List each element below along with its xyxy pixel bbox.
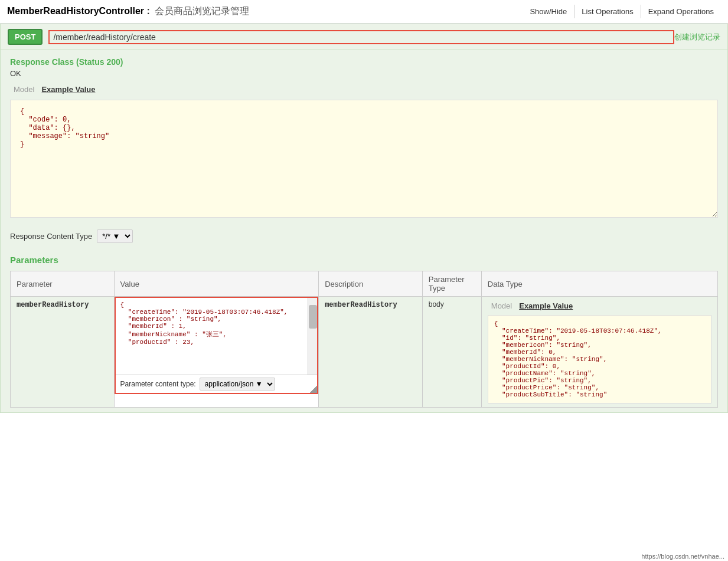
controller-name: MemberReadHistoryController — [7, 6, 144, 16]
params-table: Parameter Value Description ParameterTyp… — [10, 271, 718, 408]
param-scrollbar — [308, 298, 317, 375]
right-code-block: { "createTime": "2019-05-18T03:07:46.418… — [488, 315, 711, 403]
param-content-type-label: Parameter content type: — [120, 380, 196, 388]
datatype-example-value-tab[interactable]: Example Value — [515, 300, 576, 311]
col-value: Value — [114, 271, 319, 297]
param-value-box: { "createTime": "2019-05-18T03:07:46.418… — [115, 297, 319, 394]
datatype-model-tabs: Model Example Value — [488, 300, 711, 311]
param-textarea[interactable]: { "createTime": "2019-05-18T03:07:46.418… — [116, 298, 318, 375]
rct-label: Response Content Type — [10, 232, 92, 241]
col-parameter: Parameter — [11, 271, 115, 297]
param-value-cell: { "createTime": "2019-05-18T03:07:46.418… — [114, 297, 319, 408]
page-wrapper: MemberReadHistoryController : 会员商品浏览记录管理… — [0, 0, 728, 561]
expand-operations-button[interactable]: Expand Operations — [641, 5, 721, 18]
response-content-type: Response Content Type */* ▼ — [1, 225, 727, 250]
param-type-value: body — [429, 300, 444, 309]
response-code-block: { "code": 0, "data": {}, "message": "str… — [10, 100, 718, 218]
col-data-type: Data Type — [481, 271, 717, 297]
parameters-section: Parameters Parameter Value Description P… — [1, 250, 727, 412]
show-hide-button[interactable]: Show/Hide — [523, 5, 574, 18]
param-description: memberReadHistory — [325, 301, 397, 309]
method-badge[interactable]: POST — [8, 29, 43, 45]
response-code-content: { "code": 0, "data": {}, "message": "str… — [20, 107, 109, 149]
list-operations-button[interactable]: List Operations — [574, 5, 641, 18]
param-datatype-cell: Model Example Value { "createTime": "201… — [481, 297, 717, 408]
param-content-type-row: Parameter content type: application/json… — [116, 375, 318, 393]
header-actions: Show/Hide List Operations Expand Operati… — [523, 5, 721, 18]
model-tabs: Model Example Value — [10, 84, 718, 95]
footer-bar: https://blog.csdn.net/vnhae... — [638, 552, 728, 561]
table-row: memberReadHistory { "createTime": "2019-… — [11, 297, 718, 408]
controller-subtitle: 会员商品浏览记录管理 — [155, 6, 249, 16]
param-content-type-select[interactable]: application/json ▼ — [200, 378, 275, 391]
param-name-cell: memberReadHistory — [11, 297, 115, 408]
params-table-header-row: Parameter Value Description ParameterTyp… — [11, 271, 718, 297]
controller-header: MemberReadHistoryController : 会员商品浏览记录管理… — [0, 0, 728, 24]
response-class-title: Response Class (Status 200) — [10, 57, 718, 67]
parameters-title: Parameters — [10, 255, 718, 265]
response-class-section: Response Class (Status 200) OK Model Exa… — [1, 50, 727, 225]
operation-block: POST /member/readHistory/create 创建浏览记录 R… — [0, 24, 728, 413]
param-scrollbar-thumb — [309, 305, 317, 329]
param-resize-handle[interactable] — [310, 386, 317, 393]
rct-select[interactable]: */* ▼ — [97, 229, 133, 243]
controller-title: MemberReadHistoryController : 会员商品浏览记录管理 — [7, 5, 249, 18]
footer-url: https://blog.csdn.net/vnhae... — [641, 553, 724, 560]
operation-description-right: 创建浏览记录 — [674, 32, 720, 42]
response-ok-text: OK — [10, 69, 718, 78]
col-description: Description — [319, 271, 423, 297]
param-description-cell: memberReadHistory — [319, 297, 423, 408]
param-type-cell: body — [422, 297, 481, 408]
col-parameter-type: ParameterType — [422, 271, 481, 297]
operation-path: /member/readHistory/create — [48, 30, 674, 44]
title-separator: : — [144, 6, 152, 16]
example-value-tab[interactable]: Example Value — [38, 84, 99, 95]
operation-row: POST /member/readHistory/create 创建浏览记录 — [1, 24, 727, 50]
model-tab[interactable]: Model — [10, 84, 38, 95]
param-name: memberReadHistory — [17, 301, 89, 309]
datatype-model-tab[interactable]: Model — [488, 300, 515, 311]
right-code-content: { "createTime": "2019-05-18T03:07:46.418… — [494, 320, 662, 398]
